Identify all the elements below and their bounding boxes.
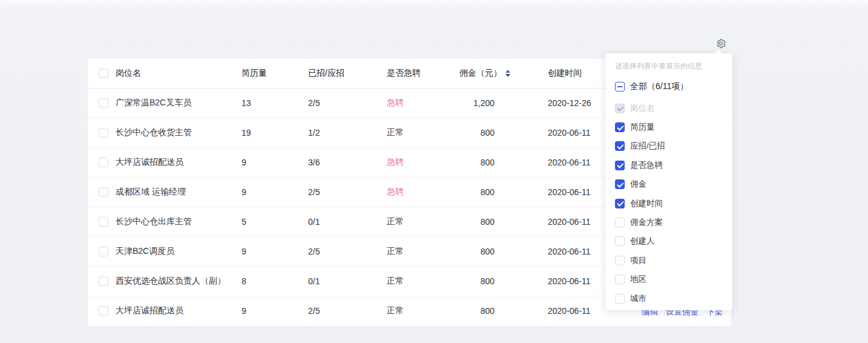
column-toggle-item[interactable]: 佣金 <box>615 175 723 194</box>
select-all-rows-checkbox[interactable] <box>99 68 108 78</box>
column-toggle-checkbox <box>615 104 625 113</box>
cell-commission: 1,200 <box>459 88 538 118</box>
cell-name: 西安优选仓战区负责人（副） <box>116 266 242 296</box>
column-header-ratio: 已招/应招 <box>308 59 387 88</box>
sort-asc-icon <box>505 70 510 73</box>
column-header-label: 岗位名 <box>116 68 141 78</box>
sort-toggle-icon[interactable] <box>505 70 510 77</box>
column-toggle-checkbox[interactable] <box>615 161 625 170</box>
column-toggle-item[interactable]: 创建人 <box>615 232 723 251</box>
column-settings-panel: 请选择列表中要展示的信息 全部（6/11项） 岗位名简历量应招/已招是否急聘佣金… <box>605 53 732 310</box>
cell-resumes: 5 <box>242 207 308 236</box>
select-all-columns-checkbox[interactable] <box>615 82 625 92</box>
cell-name: 长沙中心仓收货主管 <box>116 118 242 147</box>
cell-resumes: 9 <box>242 177 308 207</box>
column-toggle-item[interactable]: 是否急聘 <box>615 156 723 175</box>
cell-resumes: 8 <box>242 266 308 296</box>
cell-resumes: 13 <box>242 88 308 118</box>
cell-urgent: 正常 <box>387 266 459 296</box>
column-header-label: 是否急聘 <box>387 68 421 78</box>
cell-resumes: 19 <box>242 118 308 147</box>
cell-commission: 800 <box>459 147 538 177</box>
cell-name: 长沙中心仓出库主管 <box>116 207 242 236</box>
cell-urgent: 急聘 <box>387 177 459 207</box>
row-checkbox[interactable] <box>99 158 108 167</box>
cell-ratio: 1/2 <box>308 118 387 147</box>
column-toggle-label: 地区 <box>630 274 646 285</box>
column-toggle-checkbox[interactable] <box>615 122 625 132</box>
cell-commission: 800 <box>459 207 538 236</box>
column-toggle-checkbox[interactable] <box>615 218 625 227</box>
column-toggle-item[interactable]: 佣金方案 <box>615 213 723 231</box>
row-checkbox[interactable] <box>99 187 108 197</box>
column-toggle-item[interactable]: 城市 <box>615 289 723 308</box>
column-toggle-label: 岗位名 <box>630 103 655 114</box>
column-toggle-label: 城市 <box>630 293 646 304</box>
column-toggle-item[interactable]: 应招/已招 <box>615 137 723 156</box>
column-header-commission[interactable]: 佣金（元） <box>459 59 538 88</box>
select-all-columns-label: 全部（6/11项） <box>630 81 688 92</box>
column-toggle-label: 佣金 <box>630 179 646 190</box>
column-toggle-label: 佣金方案 <box>630 217 663 228</box>
cell-urgent: 正常 <box>387 296 459 325</box>
cell-urgent: 急聘 <box>387 88 459 118</box>
cell-resumes: 9 <box>242 147 308 177</box>
select-all-columns-row[interactable]: 全部（6/11项） <box>615 79 723 94</box>
column-toggle-item[interactable]: 项目 <box>615 251 723 270</box>
cell-name: 天津B2C调度员 <box>116 236 242 266</box>
column-header-urgent: 是否急聘 <box>387 59 459 88</box>
column-settings-gear-button[interactable] <box>715 38 727 50</box>
column-header-label: 创建时间 <box>548 68 582 78</box>
panel-arrow-notch <box>714 50 722 58</box>
cell-ratio: 2/5 <box>308 236 387 266</box>
cell-commission: 800 <box>459 296 538 325</box>
column-header-resumes: 简历量 <box>242 59 308 88</box>
cell-urgent: 正常 <box>387 207 459 236</box>
column-toggle-label: 创建时间 <box>630 198 663 209</box>
cell-ratio: 2/5 <box>308 296 387 325</box>
cell-commission: 800 <box>459 266 538 296</box>
cell-commission: 800 <box>459 177 538 207</box>
cell-ratio: 0/1 <box>308 266 387 296</box>
row-checkbox[interactable] <box>99 98 108 108</box>
column-toggle-label: 应招/已招 <box>630 141 665 152</box>
cell-name: 大坪店诚招配送员 <box>116 147 242 177</box>
cell-ratio: 2/5 <box>308 88 387 118</box>
cell-urgent: 正常 <box>387 118 459 147</box>
cell-ratio: 2/5 <box>308 177 387 207</box>
cell-urgent: 正常 <box>387 236 459 266</box>
column-toggle-checkbox[interactable] <box>615 199 625 208</box>
cell-commission: 800 <box>459 118 538 147</box>
sort-desc-icon <box>505 74 510 77</box>
column-toggle-checkbox[interactable] <box>615 275 625 284</box>
row-checkbox[interactable] <box>99 276 108 286</box>
cell-ratio: 0/1 <box>308 207 387 236</box>
column-toggle-label: 简历量 <box>630 122 655 133</box>
column-toggle-item: 岗位名 <box>615 99 723 118</box>
column-toggle-checkbox[interactable] <box>615 256 625 265</box>
row-checkbox[interactable] <box>99 128 108 138</box>
row-checkbox[interactable] <box>99 306 108 316</box>
cell-commission: 800 <box>459 236 538 266</box>
column-toggle-checkbox[interactable] <box>615 179 625 189</box>
column-toggle-checkbox[interactable] <box>615 236 625 246</box>
column-toggle-item[interactable]: 创建时间 <box>615 194 723 213</box>
column-header-label: 佣金（元） <box>459 68 502 78</box>
column-toggle-item[interactable]: 简历量 <box>615 118 723 136</box>
column-header-label: 简历量 <box>242 68 267 78</box>
column-toggle-checkbox[interactable] <box>615 294 625 304</box>
panel-title: 请选择列表中要展示的信息 <box>615 61 723 72</box>
row-checkbox[interactable] <box>99 217 108 227</box>
column-toggle-label: 是否急聘 <box>630 160 663 171</box>
column-toggle-checkbox[interactable] <box>615 141 625 151</box>
column-header-label: 已招/应招 <box>308 68 344 78</box>
column-toggle-label: 创建人 <box>630 236 655 247</box>
column-toggle-item[interactable]: 地区 <box>615 270 723 289</box>
cell-resumes: 9 <box>242 236 308 266</box>
row-checkbox[interactable] <box>99 247 108 256</box>
cell-resumes: 9 <box>242 296 308 325</box>
column-header-name: 岗位名 <box>116 59 242 88</box>
cell-urgent: 急聘 <box>387 147 459 177</box>
cell-ratio: 3/6 <box>308 147 387 177</box>
cell-name: 广深常温B2C叉车员 <box>116 88 242 118</box>
